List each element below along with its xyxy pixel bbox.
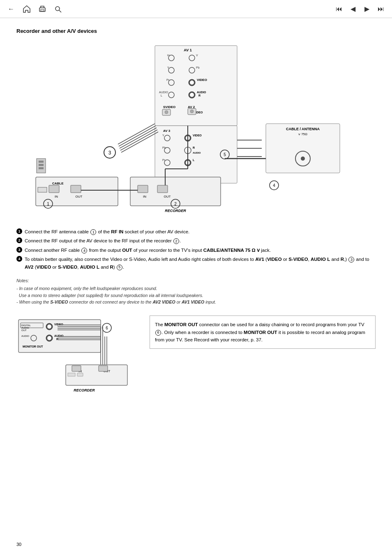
svg-text:CABLE / ANTENNA: CABLE / ANTENNA	[286, 127, 320, 131]
nav-left: ←	[7, 5, 62, 14]
main-content: Recorder and other A/V devices AV 1 H V …	[0, 18, 392, 409]
svg-text:Pb: Pb	[196, 66, 200, 69]
svg-rect-94	[39, 167, 44, 169]
instruction-3-text: Connect another RF cable 4 from the outp…	[25, 246, 271, 254]
monitor-out-text-box: The MONITOR OUT connector can be used fo…	[150, 315, 376, 349]
monitor-out-description: The MONITOR OUT connector can be used fo…	[155, 322, 365, 342]
note-2: Use a mono to stereo adapter (not suppli…	[16, 292, 376, 299]
svg-text:AUDIO: AUDIO	[159, 91, 168, 94]
svg-rect-67	[157, 185, 168, 193]
circle-ref-3: 3	[348, 257, 354, 263]
svg-text:4: 4	[273, 183, 275, 188]
search-button[interactable]	[53, 5, 62, 14]
instruction-num-2: 2	[16, 237, 22, 243]
svg-point-59	[301, 157, 305, 161]
svg-text:VIDEO: VIDEO	[54, 323, 63, 326]
svg-text:OUT: OUT	[21, 329, 27, 332]
instruction-4-text: To obtain better quality, also connect t…	[25, 256, 376, 271]
svg-text:Pb: Pb	[162, 146, 166, 149]
svg-rect-93	[39, 164, 44, 166]
instruction-num-3: 3	[16, 247, 22, 253]
last-page-button[interactable]: ⏭	[376, 5, 385, 14]
svg-rect-75	[71, 185, 81, 193]
notes-section: Notes: - In case of mono equipment, only…	[16, 277, 376, 306]
svg-text:L: L	[161, 94, 162, 97]
svg-text:IN: IN	[55, 195, 58, 198]
circle-ref-5: 5	[117, 265, 122, 270]
instructions-list: 1 Connect the RF antenna cable 1 of the …	[16, 228, 376, 271]
instruction-3: 3 Connect another RF cable 4 from the ou…	[16, 246, 376, 254]
note-1: - In case of mono equipment, only the le…	[16, 285, 376, 292]
print-button[interactable]	[38, 5, 47, 14]
circle-ref-4a: 4	[81, 248, 87, 253]
svg-text:MONITOR OUT: MONITOR OUT	[23, 345, 43, 348]
svg-text:6: 6	[106, 326, 108, 330]
monitor-out-diagram: DIGITAL AUDIO OUT VIDEO 6 AUDIO	[16, 315, 140, 399]
lower-section: DIGITAL AUDIO OUT VIDEO 6 AUDIO	[16, 315, 376, 399]
instruction-num-4: 4	[16, 256, 22, 262]
section-title: Recorder and other A/V devices	[16, 28, 376, 34]
svg-text:VIDEO: VIDEO	[193, 134, 202, 137]
svg-line-88	[120, 128, 157, 148]
svg-rect-129	[77, 373, 83, 376]
circle-ref-6: 6	[155, 330, 161, 336]
svg-text:VIDEO: VIDEO	[197, 78, 207, 82]
top-navigation: ← ⏮ ◀ ▶ ⏭	[0, 0, 392, 18]
svg-rect-126	[72, 366, 81, 371]
instruction-num-1: 1	[16, 228, 22, 234]
svg-text:AUDIO: AUDIO	[197, 91, 206, 94]
svg-text:V: V	[196, 54, 198, 57]
instruction-1: 1 Connect the RF antenna cable 1 of the …	[16, 228, 376, 235]
svg-text:AV 1: AV 1	[184, 48, 191, 52]
back-button[interactable]: ←	[7, 5, 16, 14]
svg-point-2	[55, 7, 60, 11]
svg-rect-128	[68, 373, 75, 376]
svg-text:Y: Y	[167, 66, 169, 69]
svg-text:AUDIO: AUDIO	[21, 335, 29, 337]
svg-point-23	[190, 93, 194, 97]
svg-text:Pr: Pr	[162, 159, 166, 161]
svg-text:3: 3	[108, 150, 111, 156]
svg-text:SVIDEO: SVIDEO	[163, 105, 175, 109]
svg-point-101	[47, 325, 51, 329]
svg-text:RECORDER: RECORDER	[165, 209, 186, 213]
svg-text:H: H	[167, 54, 169, 57]
instruction-2: 2 Connect the RF output of the AV device…	[16, 237, 376, 244]
prev-page-button[interactable]: ◀	[348, 5, 357, 14]
svg-text:2: 2	[174, 202, 177, 206]
svg-text:RECORDER: RECORDER	[74, 388, 95, 392]
svg-text:AV 3: AV 3	[163, 129, 171, 133]
svg-text:CABLE: CABLE	[52, 182, 64, 185]
svg-rect-66	[138, 185, 148, 193]
nav-right: ⏮ ◀ ▶ ⏭	[334, 5, 385, 14]
next-page-button[interactable]: ▶	[362, 5, 371, 14]
circle-ref-2: 2	[173, 238, 179, 244]
circle-ref-1: 1	[90, 229, 96, 235]
main-diagram: AV 1 H V Y Pb Pr VIDEO AUDIO L AUDIO R S…	[19, 41, 373, 218]
svg-text:1: 1	[47, 202, 49, 206]
svg-rect-127	[99, 366, 108, 371]
svg-line-3	[59, 10, 61, 12]
instruction-2-text: Connect the RF output of the AV device t…	[25, 237, 181, 244]
svg-text:R: R	[198, 94, 201, 97]
svg-text:OUT: OUT	[76, 195, 83, 198]
svg-point-28	[165, 111, 168, 114]
svg-rect-92	[39, 161, 44, 163]
page-number: 30	[16, 542, 21, 547]
first-page-button[interactable]: ⏮	[334, 5, 344, 14]
svg-text:AUDIO: AUDIO	[193, 152, 201, 154]
svg-point-112	[47, 336, 51, 340]
svg-text:L: L	[193, 159, 195, 161]
instruction-1-text: Connect the RF antenna cable 1 of the RF…	[25, 228, 189, 235]
svg-text:IN: IN	[143, 195, 146, 198]
svg-rect-74	[49, 185, 59, 193]
svg-text:ⅴ 75Ω: ⅴ 75Ω	[298, 132, 307, 136]
svg-text:AUDIO: AUDIO	[54, 334, 64, 337]
note-3: - When using the S-VIDEO connector do no…	[16, 299, 376, 306]
svg-rect-1	[41, 9, 44, 11]
svg-text:OUT: OUT	[164, 195, 171, 198]
svg-point-32	[190, 110, 194, 113]
svg-rect-76	[38, 187, 47, 192]
home-button[interactable]	[22, 5, 31, 14]
svg-text:R: R	[193, 146, 195, 149]
